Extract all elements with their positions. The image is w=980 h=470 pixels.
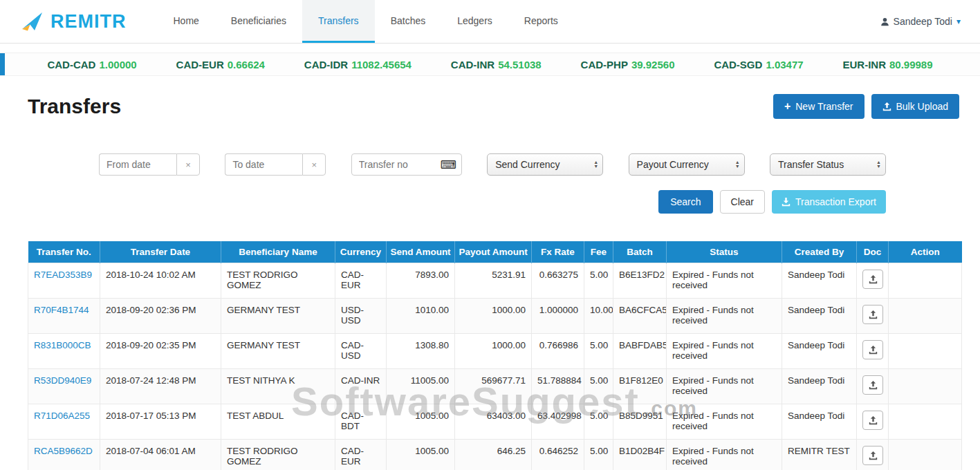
cell: 5.00	[584, 334, 613, 369]
cell: TEST RODRIGO GOMEZ	[221, 263, 335, 299]
cell: 2018-09-20 02:35 PM	[100, 334, 221, 369]
brand-logo[interactable]: REMITR	[21, 0, 127, 43]
cell: 5.00	[584, 440, 613, 470]
from-date-clear-button[interactable]: ×	[176, 153, 200, 176]
doc-upload-button[interactable]	[862, 375, 883, 395]
cell: 11005.00	[387, 369, 455, 404]
transfer-link[interactable]: RCA5B9662D	[34, 446, 93, 456]
cell: 646.25	[455, 440, 532, 470]
cell: 63403.00	[455, 404, 532, 440]
select-caret-icon: ▲▼	[735, 160, 740, 169]
nav-item-transfers[interactable]: Transfers	[302, 0, 375, 43]
rate-value: 54.51038	[498, 59, 542, 70]
nav-item-batches[interactable]: Batches	[375, 0, 442, 43]
cell: 5.00	[584, 404, 613, 440]
transfer-status-select[interactable]: Transfer Status ▲▼	[770, 153, 886, 176]
to-date-input[interactable]	[225, 153, 302, 176]
cell: 7893.00	[387, 263, 455, 299]
table-container: Transfer No.Transfer DateBeneficiary Nam…	[28, 241, 961, 470]
page-title: Transfers	[28, 95, 121, 118]
transfer-link[interactable]: R71D06A255	[34, 411, 90, 421]
cell: 10.00	[584, 299, 613, 334]
rate-cad-idr: CAD-IDR11082.45654	[304, 59, 412, 70]
column-header-action: Action	[889, 241, 962, 263]
search-button[interactable]: Search	[658, 190, 712, 214]
cell: CAD-BDT	[335, 404, 387, 440]
column-header-fee: Fee	[584, 241, 613, 263]
user-menu[interactable]: Sandeep Todi ▾	[880, 0, 961, 43]
cell: Expired - Funds not received	[667, 440, 782, 470]
brand-name: REMITR	[50, 11, 127, 32]
transfer-no-cell: R71D06A255	[28, 404, 100, 440]
cell: B1D02B4F	[613, 440, 667, 470]
transaction-export-button[interactable]: Transaction Export	[772, 190, 886, 214]
cell: 1000.00	[455, 334, 532, 369]
upload-icon	[869, 381, 878, 390]
cell: 1308.80	[387, 334, 455, 369]
cell: Sandeep Todi	[782, 369, 857, 404]
from-date-input[interactable]	[99, 153, 176, 176]
user-name: Sandeep Todi	[894, 16, 952, 27]
doc-cell	[857, 299, 889, 334]
bulk-upload-button[interactable]: Bulk Upload	[871, 94, 960, 119]
transfer-status-value: Transfer Status	[778, 159, 844, 170]
doc-upload-button[interactable]	[862, 305, 883, 324]
column-header-beneficiary-name: Beneficiary Name	[221, 241, 335, 263]
cell: B6E13FD2	[613, 263, 667, 299]
upload-icon	[869, 346, 878, 355]
transfer-no-cell: R831B000CB	[28, 334, 100, 369]
nav-item-home[interactable]: Home	[158, 0, 215, 43]
action-cell	[889, 369, 962, 404]
nav-item-reports[interactable]: Reports	[508, 0, 574, 43]
payout-currency-select[interactable]: Payout Currency ▲▼	[629, 153, 745, 176]
transfer-link[interactable]: R7EAD353B9	[34, 270, 92, 280]
cell: 1.000000	[532, 299, 584, 334]
rate-value: 1.00000	[99, 59, 136, 70]
transfer-link[interactable]: R831B000CB	[34, 340, 91, 350]
upload-icon	[882, 102, 891, 111]
cell: Sandeep Todi	[782, 334, 857, 369]
download-icon	[782, 198, 791, 207]
to-date-clear-button[interactable]: ×	[302, 153, 326, 176]
cell: 2018-09-20 02:36 PM	[100, 299, 221, 334]
nav-item-ledgers[interactable]: Ledgers	[441, 0, 508, 43]
transfer-link[interactable]: R53DD940E9	[34, 375, 91, 386]
rate-pair: CAD-SGD	[714, 59, 762, 70]
cell: 0.663275	[532, 263, 584, 299]
transfer-link[interactable]: R70F4B1744	[34, 305, 89, 315]
rate-value: 1.03477	[766, 59, 803, 70]
action-cell	[889, 334, 962, 369]
doc-upload-button[interactable]	[862, 446, 883, 465]
top-navbar: REMITR HomeBeneficiariesTransfersBatches…	[0, 0, 980, 44]
doc-cell	[857, 404, 889, 440]
rate-value: 0.66624	[228, 59, 265, 70]
action-cell	[889, 299, 962, 334]
bulk-upload-label: Bulk Upload	[896, 101, 949, 112]
filters-row: × × ⌨ Send Currency ▲▼ Payout Currency ▲…	[99, 153, 886, 176]
cell: 5.00	[584, 369, 613, 404]
doc-upload-button[interactable]	[862, 270, 883, 289]
rates-ticker: CAD-CAD1.00000CAD-EUR0.66624CAD-IDR11082…	[0, 53, 980, 76]
clear-button[interactable]: Clear	[720, 190, 765, 214]
new-transfer-button[interactable]: + New Transfer	[773, 94, 865, 119]
rate-cad-eur: CAD-EUR0.66624	[176, 59, 265, 70]
doc-upload-button[interactable]	[862, 340, 883, 359]
select-caret-icon: ▲▼	[876, 160, 881, 169]
cell: Expired - Funds not received	[667, 369, 782, 404]
transfer-no-cell: R53DD940E9	[28, 369, 100, 404]
transfers-table-body: R7EAD353B92018-10-24 10:02 AMTEST RODRIG…	[28, 263, 962, 470]
table-row: R71D06A2552018-07-17 05:13 PMTEST ABDULC…	[28, 404, 962, 440]
transfer-no-group: ⌨	[351, 153, 462, 176]
transfers-page: { "colors": { "primary": "#1a88c9", "bra…	[0, 0, 980, 470]
nav-item-beneficiaries[interactable]: Beneficiaries	[215, 0, 302, 43]
new-transfer-label: New Transfer	[795, 101, 853, 112]
transfer-no-cell: RCA5B9662D	[28, 440, 100, 470]
cell: 5231.91	[455, 263, 532, 299]
table-row: R53DD940E92018-07-24 12:48 PMTEST NITHYA…	[28, 369, 962, 404]
send-currency-select[interactable]: Send Currency ▲▼	[487, 153, 603, 176]
cell: TEST RODRIGO GOMEZ	[221, 440, 335, 470]
cell: 51.788884	[532, 369, 584, 404]
doc-upload-button[interactable]	[862, 411, 883, 430]
column-header-send-amount: Send Amount	[387, 241, 455, 263]
rate-pair: CAD-EUR	[176, 59, 224, 70]
